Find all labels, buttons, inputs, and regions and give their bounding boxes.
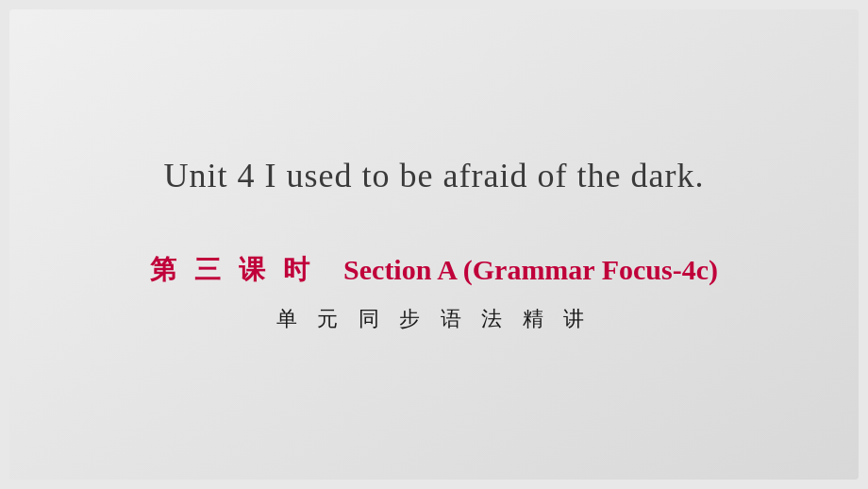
slide: Unit 4 I used to be afraid of the dark. … bbox=[9, 9, 859, 480]
title-line: Unit 4 I used to be afraid of the dark. bbox=[164, 156, 705, 195]
slide-title: Unit 4 I used to be afraid of the dark. bbox=[164, 156, 705, 195]
subtitle-section: 第 三 课 时 Section A (Grammar Focus-4c) 单 元… bbox=[150, 252, 718, 333]
section-label: Section A (Grammar Focus-4c) bbox=[343, 254, 718, 286]
lesson-chinese-label: 第 三 课 时 bbox=[150, 252, 315, 288]
sync-label: 单 元 同 步 语 法 精 讲 bbox=[276, 305, 593, 333]
lesson-line: 第 三 课 时 Section A (Grammar Focus-4c) bbox=[150, 252, 718, 288]
